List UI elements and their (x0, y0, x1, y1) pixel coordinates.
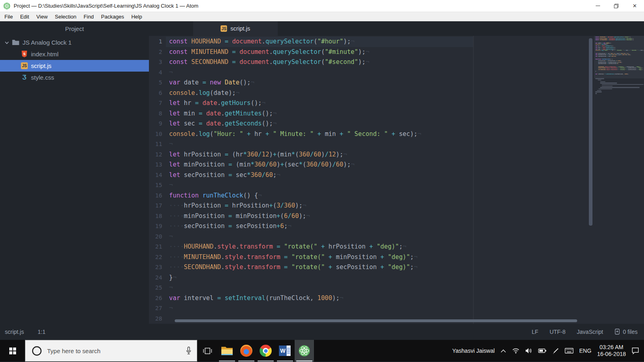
line-number[interactable]: 13 (149, 160, 166, 170)
menu-file[interactable]: File (1, 12, 17, 21)
code-area[interactable]: const HOURHAND = document.querySelector(… (169, 37, 421, 324)
line-number[interactable]: 6 (149, 88, 166, 99)
line-number[interactable]: 17 (149, 201, 166, 211)
code-line-7[interactable]: let hr = date.getHours();¬ (169, 98, 421, 109)
taskbar-app-atom[interactable] (295, 340, 314, 362)
close-button[interactable]: ✕ (625, 0, 644, 12)
code-line-12[interactable]: let hrPosition = (hr*360/12)+(min*(360/6… (169, 150, 421, 160)
code-line-3[interactable]: const SECONDHAND = document.querySelecto… (169, 57, 421, 68)
code-line-8[interactable]: let min = date.getMinutes();¬ (169, 109, 421, 119)
start-button[interactable] (0, 340, 25, 362)
line-number[interactable]: 10 (149, 129, 166, 140)
line-number[interactable]: 1 (149, 37, 166, 47)
tab-script-js[interactable]: JS script.js (193, 21, 278, 36)
menu-view[interactable]: View (33, 12, 51, 21)
battery-icon[interactable] (538, 348, 547, 354)
tree-file-script-js[interactable]: JS script.js (0, 60, 149, 72)
line-number[interactable]: 8 (149, 109, 166, 119)
line-number[interactable]: 25 (149, 283, 166, 293)
line-number[interactable]: 18 (149, 211, 166, 222)
line-number[interactable]: 14 (149, 170, 166, 181)
code-line-4[interactable]: ¬ (169, 68, 421, 78)
tree-file-style-css[interactable]: Ӡ style.css (0, 72, 149, 83)
code-line-20[interactable]: ¬ (169, 232, 421, 242)
line-number[interactable]: 5 (149, 78, 166, 88)
code-line-15[interactable]: ¬ (169, 180, 421, 191)
status-cursor-position[interactable]: 1:1 (37, 329, 45, 335)
menu-help[interactable]: Help (128, 12, 146, 21)
code-line-19[interactable]: ····secPosition = secPosition+6;¬ (169, 221, 421, 232)
code-line-28[interactable] (169, 314, 421, 324)
code-line-6[interactable]: console.log(date);¬ (169, 88, 421, 99)
menu-edit[interactable]: Edit (17, 12, 33, 21)
code-line-25[interactable]: ¬ (169, 283, 421, 293)
code-line-21[interactable]: ····HOURHAND.style.transform = "rotate("… (169, 242, 421, 252)
line-number[interactable]: 23 (149, 262, 166, 273)
line-number[interactable]: 19 (149, 221, 166, 232)
menu-selection[interactable]: Selection (51, 12, 80, 21)
line-number[interactable]: 12 (149, 150, 166, 160)
status-line-ending[interactable]: LF (532, 329, 538, 335)
line-number[interactable]: 24 (149, 273, 166, 283)
vertical-scrollbar[interactable] (589, 38, 592, 226)
line-number[interactable]: 22 (149, 252, 166, 263)
line-number[interactable]: 26 (149, 293, 166, 304)
action-center-icon[interactable] (632, 347, 639, 354)
tray-user-label[interactable]: Yashasvi Jaiswal (452, 348, 495, 354)
restore-button[interactable] (607, 0, 625, 12)
code-line-27[interactable]: ¬ (169, 303, 421, 314)
taskbar-app-word[interactable]: W (275, 340, 295, 362)
line-number[interactable]: 2 (149, 47, 166, 58)
code-line-10[interactable]: console.log("Hour: " + hr + " Minute: " … (169, 129, 421, 140)
menu-packages[interactable]: Packages (97, 12, 128, 21)
code-line-18[interactable]: ····minPosition = minPosition+(6/60);¬ (169, 211, 421, 222)
minimize-button[interactable] (588, 0, 607, 12)
tree-folder-js-analog-clock-1[interactable]: JS Analog Clock 1 (0, 37, 149, 48)
line-number[interactable]: 16 (149, 191, 166, 201)
line-number[interactable]: 21 (149, 242, 166, 252)
taskbar-app-chrome[interactable] (256, 340, 275, 362)
code-line-16[interactable]: function runTheClock() {¬ (169, 191, 421, 201)
wifi-icon[interactable] (512, 348, 520, 354)
line-number[interactable]: 9 (149, 119, 166, 129)
line-number[interactable]: 11 (149, 139, 166, 150)
minimap[interactable]: const HOURHAND = document.querySelector(… (594, 36, 644, 324)
line-number[interactable]: 3 (149, 57, 166, 68)
taskbar-clock[interactable]: 03:26 AM 16-06-2018 (597, 344, 626, 358)
gutter[interactable]: 1234567891011121314151617181920212223242… (149, 37, 166, 324)
text-editor[interactable]: 1234567891011121314151617181920212223242… (149, 36, 644, 324)
code-line-5[interactable]: var date = new Date();¬ (169, 78, 421, 88)
code-line-14[interactable]: let secPosition = sec*360/60;¬ (169, 170, 421, 181)
line-number[interactable]: 20 (149, 232, 166, 242)
taskbar-search-input[interactable]: Type here to search (25, 340, 197, 362)
code-line-23[interactable]: ····SECONDHAND.style.transform = "rotate… (169, 262, 421, 273)
taskbar-app-firefox[interactable] (237, 340, 256, 362)
line-number[interactable]: 4 (149, 68, 166, 78)
line-number[interactable]: 15 (149, 180, 166, 191)
line-number[interactable]: 28 (149, 314, 166, 324)
code-line-2[interactable]: const MINUTEHAND = document.querySelecto… (169, 47, 421, 58)
taskbar-app-file-explorer[interactable] (217, 340, 237, 362)
speaker-icon[interactable] (525, 348, 533, 354)
code-line-9[interactable]: let sec = date.getSeconds();¬ (169, 119, 421, 129)
status-encoding[interactable]: UTF-8 (549, 329, 566, 335)
code-line-24[interactable]: }¬ (169, 273, 421, 283)
microphone-icon[interactable] (186, 347, 192, 355)
menu-find[interactable]: Find (80, 12, 97, 21)
language-indicator[interactable]: ENG (579, 348, 591, 354)
tree-file-index-html[interactable]: 5 index.html (0, 48, 149, 60)
chevron-up-icon[interactable] (500, 349, 506, 353)
touch-keyboard-icon[interactable] (565, 348, 574, 354)
line-number[interactable]: 27 (149, 303, 166, 314)
code-line-17[interactable]: ····hrPosition = hrPosition+(3/360);¬ (169, 201, 421, 211)
code-line-11[interactable]: ¬ (169, 139, 421, 150)
horizontal-scrollbar[interactable] (175, 319, 577, 322)
status-grammar[interactable]: JavaScript (577, 329, 603, 335)
pen-icon[interactable] (552, 348, 559, 354)
task-view-button[interactable] (197, 340, 217, 362)
code-line-13[interactable]: let minPosition = (min*360/60)+(sec*(360… (169, 160, 421, 170)
code-line-26[interactable]: var intervel = setInterval(runTheClock, … (169, 293, 421, 304)
line-number[interactable]: 7 (149, 98, 166, 109)
code-line-22[interactable]: ····MINUTEHAND.style.transform = "rotate… (169, 252, 421, 263)
code-line-1[interactable]: const HOURHAND = document.querySelector(… (169, 37, 421, 47)
